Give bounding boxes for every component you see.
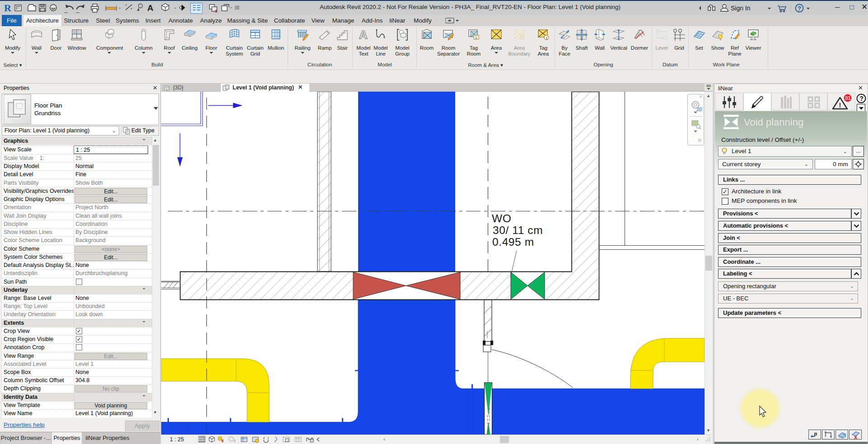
svg-text:0.495 m: 0.495 m <box>492 236 534 248</box>
svg-text:?: ? <box>798 5 801 12</box>
svg-text:A: A <box>359 28 368 42</box>
svg-text:R: R <box>4 2 12 14</box>
svg-text:1: 1 <box>475 36 477 40</box>
svg-text:Sign In: Sign In <box>731 5 751 12</box>
svg-text:x: x <box>233 438 236 443</box>
svg-text:x: x <box>854 434 858 439</box>
svg-text:A: A <box>147 3 154 13</box>
svg-text:x: x <box>215 8 218 14</box>
svg-text:x: x <box>221 438 224 443</box>
svg-text:30/ 11 cm: 30/ 11 cm <box>493 224 543 236</box>
svg-text:!: ! <box>839 101 841 109</box>
svg-text:81: 81 <box>845 95 851 101</box>
svg-text:WO: WO <box>492 212 511 224</box>
svg-text:?: ? <box>860 95 864 102</box>
svg-text:1: 1 <box>546 36 548 40</box>
